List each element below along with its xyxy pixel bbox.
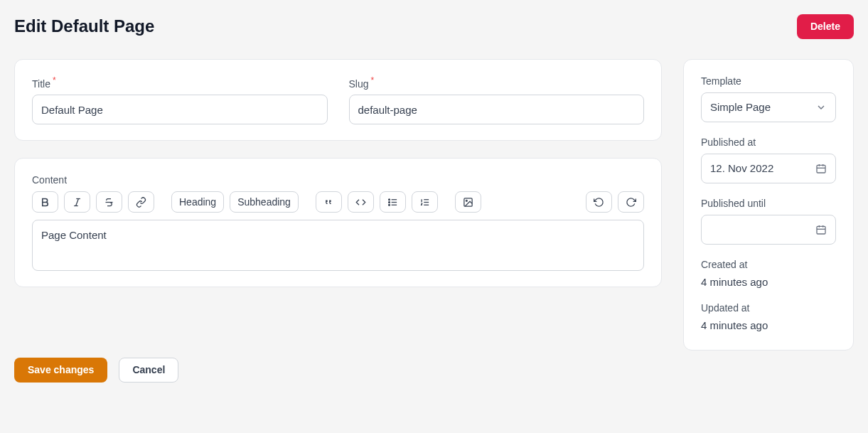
code-icon bbox=[355, 197, 366, 208]
published-until-input[interactable] bbox=[701, 215, 836, 245]
published-until-label: Published until bbox=[701, 198, 836, 209]
template-label: Template bbox=[701, 75, 836, 87]
strikethrough-icon bbox=[104, 197, 114, 208]
svg-point-9 bbox=[388, 204, 390, 205]
subheading-button[interactable]: Subheading bbox=[230, 191, 299, 213]
created-at-value: 4 minutes ago bbox=[701, 276, 836, 288]
template-select[interactable]: Simple Page bbox=[701, 92, 836, 122]
undo-button[interactable] bbox=[586, 191, 612, 213]
italic-icon bbox=[72, 197, 82, 208]
page-title: Edit Default Page bbox=[14, 16, 154, 36]
svg-rect-15 bbox=[817, 165, 825, 173]
link-icon bbox=[136, 197, 146, 208]
sidebar-card: Template Simple Page Published at 12. No… bbox=[683, 59, 854, 351]
save-button[interactable]: Save changes bbox=[14, 358, 107, 383]
calendar-icon bbox=[815, 224, 827, 235]
svg-point-14 bbox=[466, 200, 467, 201]
cancel-button[interactable]: Cancel bbox=[119, 358, 178, 383]
bullet-list-button[interactable] bbox=[380, 191, 406, 213]
title-slug-card: Title Slug bbox=[14, 59, 662, 141]
editor-toolbar: Heading Subheading bbox=[32, 191, 644, 213]
image-button[interactable] bbox=[455, 191, 481, 213]
delete-button[interactable]: Delete bbox=[797, 14, 854, 39]
heading-button[interactable]: Heading bbox=[171, 191, 224, 213]
svg-point-8 bbox=[388, 202, 390, 203]
code-button[interactable] bbox=[348, 191, 374, 213]
title-input[interactable] bbox=[32, 95, 328, 124]
content-label: Content bbox=[32, 174, 644, 186]
updated-at-value: 4 minutes ago bbox=[701, 319, 836, 331]
bold-button[interactable] bbox=[32, 191, 58, 213]
italic-button[interactable] bbox=[64, 191, 90, 213]
template-value: Simple Page bbox=[710, 101, 771, 113]
link-button[interactable] bbox=[128, 191, 154, 213]
calendar-icon bbox=[815, 163, 827, 174]
chevron-down-icon bbox=[815, 102, 827, 113]
numbered-list-icon bbox=[419, 197, 430, 208]
published-at-label: Published at bbox=[701, 137, 836, 148]
svg-line-2 bbox=[76, 198, 79, 205]
svg-rect-19 bbox=[817, 226, 825, 234]
bullet-list-icon bbox=[387, 197, 398, 208]
updated-at-label: Updated at bbox=[701, 302, 836, 314]
undo-icon bbox=[594, 197, 604, 208]
svg-point-7 bbox=[388, 199, 390, 201]
content-editor[interactable]: Page Content bbox=[32, 220, 644, 271]
published-at-input[interactable]: 12. Nov 2022 bbox=[701, 154, 836, 183]
slug-input[interactable] bbox=[349, 95, 645, 124]
numbered-list-button[interactable] bbox=[412, 191, 438, 213]
quote-button[interactable] bbox=[316, 191, 342, 213]
redo-button[interactable] bbox=[618, 191, 644, 213]
slug-label: Slug bbox=[349, 75, 645, 90]
published-at-value: 12. Nov 2022 bbox=[710, 162, 773, 174]
quote-icon bbox=[323, 197, 334, 208]
image-icon bbox=[463, 197, 473, 208]
created-at-label: Created at bbox=[701, 259, 836, 270]
title-label: Title bbox=[32, 75, 328, 90]
strike-button[interactable] bbox=[96, 191, 122, 213]
bold-icon bbox=[40, 197, 50, 208]
content-card: Content bbox=[14, 158, 662, 287]
redo-icon bbox=[626, 197, 636, 208]
